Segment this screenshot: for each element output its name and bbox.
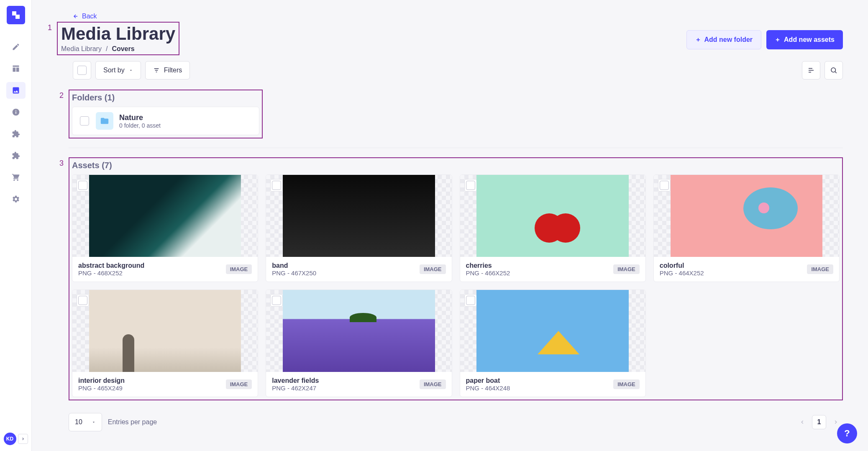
asset-card[interactable]: lavender fields PNG - 462X247 IMAGE	[266, 290, 452, 397]
asset-dims: PNG - 464X252	[660, 269, 704, 277]
strapi-logo-icon	[11, 10, 21, 20]
sidebar: KD	[0, 0, 32, 451]
back-link[interactable]: Back	[73, 13, 97, 20]
puzzle-icon	[12, 151, 20, 160]
asset-name: paper boat	[466, 377, 510, 384]
assets-grid: abstract background PNG - 468X252 IMAGE …	[72, 174, 840, 397]
layout-icon	[12, 64, 20, 73]
per-page-value: 10	[75, 418, 82, 426]
nav-plugins-2[interactable]	[6, 147, 26, 164]
page-title: Media Library	[61, 24, 175, 44]
asset-card[interactable]: abstract background PNG - 468X252 IMAGE	[72, 174, 258, 282]
nav-content[interactable]	[6, 38, 26, 55]
nav-marketplace[interactable]	[6, 169, 26, 186]
filters-button[interactable]: Filters	[145, 61, 190, 79]
sidebar-collapse-button[interactable]	[18, 434, 28, 444]
asset-thumbnail	[460, 175, 645, 257]
per-page-select[interactable]: 10	[69, 413, 102, 431]
asset-name: lavender fields	[272, 377, 319, 384]
asset-badge: IMAGE	[613, 264, 640, 274]
caret-down-icon	[129, 68, 133, 72]
asset-badge: IMAGE	[226, 379, 252, 389]
asset-thumbnail	[266, 175, 451, 257]
main-content: Back 1 Media Library Media Library / Cov…	[32, 0, 868, 451]
cart-icon	[12, 173, 20, 182]
asset-checkbox[interactable]	[270, 179, 283, 192]
breadcrumb-root[interactable]: Media Library	[61, 45, 102, 53]
asset-badge: IMAGE	[420, 264, 446, 274]
info-icon	[12, 108, 20, 116]
sort-label: Sort by	[103, 67, 125, 74]
breadcrumb-separator: /	[106, 45, 108, 53]
sort-button[interactable]: Sort by	[95, 61, 141, 79]
asset-dims: PNG - 466X252	[466, 269, 510, 277]
nav-info[interactable]	[6, 104, 26, 120]
asset-checkbox[interactable]	[270, 294, 283, 307]
asset-dims: PNG - 464X248	[466, 384, 510, 392]
folders-section: 2 Folders (1) Nature 0 folder, 0 asset	[69, 90, 263, 138]
add-folder-button[interactable]: Add new folder	[686, 30, 762, 49]
asset-checkbox[interactable]	[77, 294, 89, 307]
folder-name: Nature	[119, 113, 161, 122]
add-assets-button[interactable]: Add new assets	[766, 30, 843, 49]
folder-checkbox[interactable]	[79, 115, 90, 126]
asset-card[interactable]: band PNG - 467X250 IMAGE	[266, 174, 452, 282]
asset-card[interactable]: colorful PNG - 464X252 IMAGE	[653, 174, 840, 282]
app-logo[interactable]	[7, 6, 25, 24]
asset-checkbox[interactable]	[464, 179, 477, 192]
filters-label: Filters	[164, 67, 182, 74]
assets-title: Assets (7)	[72, 161, 840, 170]
help-fab[interactable]: ?	[837, 423, 857, 443]
nav-items	[6, 38, 26, 208]
asset-name: abstract background	[78, 262, 144, 269]
annotation-1: 1	[48, 23, 52, 32]
folder-glyph-icon	[100, 116, 109, 126]
asset-thumbnail	[72, 290, 258, 372]
asset-name: cherries	[466, 262, 510, 269]
view-settings-button[interactable]	[802, 61, 820, 79]
section-divider	[69, 148, 843, 148]
search-button[interactable]	[824, 61, 843, 79]
folders-title: Folders (1)	[72, 93, 259, 102]
asset-dims: PNG - 462X247	[272, 384, 319, 392]
puzzle-icon	[12, 130, 20, 138]
sliders-icon	[807, 67, 815, 74]
breadcrumb: Media Library / Covers	[61, 45, 175, 53]
image-icon	[12, 86, 20, 95]
assets-section: 3 Assets (7) abstract background PNG - 4…	[69, 157, 843, 400]
user-avatar[interactable]: KD	[4, 433, 16, 445]
asset-checkbox[interactable]	[658, 179, 671, 192]
asset-card[interactable]: interior design PNG - 465X249 IMAGE	[72, 290, 258, 397]
asset-card[interactable]: cherries PNG - 466X252 IMAGE	[460, 174, 646, 282]
chevron-right-icon	[21, 437, 25, 441]
breadcrumb-current: Covers	[112, 45, 134, 53]
folder-icon	[96, 112, 113, 130]
caret-down-icon	[92, 420, 96, 424]
asset-name: band	[272, 262, 316, 269]
search-icon	[830, 67, 837, 74]
nav-plugins[interactable]	[6, 126, 26, 142]
svg-rect-4	[15, 110, 16, 111]
filter-icon	[153, 67, 160, 74]
asset-dims: PNG - 467X250	[272, 269, 316, 277]
asset-thumbnail	[460, 290, 645, 372]
asset-badge: IMAGE	[807, 264, 833, 274]
folder-card[interactable]: Nature 0 folder, 0 asset	[72, 107, 259, 135]
add-folder-label: Add new folder	[704, 36, 753, 44]
asset-name: interior design	[78, 377, 125, 384]
asset-checkbox[interactable]	[77, 179, 89, 192]
asset-thumbnail	[266, 290, 451, 372]
page-number[interactable]: 1	[812, 415, 826, 429]
nav-settings[interactable]	[6, 191, 26, 208]
select-all-checkbox[interactable]	[73, 61, 91, 79]
pencil-icon	[12, 43, 20, 51]
asset-card[interactable]: paper boat PNG - 464X248 IMAGE	[460, 290, 646, 397]
nav-media[interactable]	[6, 82, 26, 99]
asset-badge: IMAGE	[226, 264, 252, 274]
svg-rect-3	[15, 111, 16, 114]
question-icon: ?	[844, 428, 850, 439]
asset-checkbox[interactable]	[464, 294, 477, 307]
chevron-right-icon	[833, 419, 839, 425]
nav-builder[interactable]	[6, 60, 26, 77]
prev-page-button[interactable]	[795, 415, 809, 429]
